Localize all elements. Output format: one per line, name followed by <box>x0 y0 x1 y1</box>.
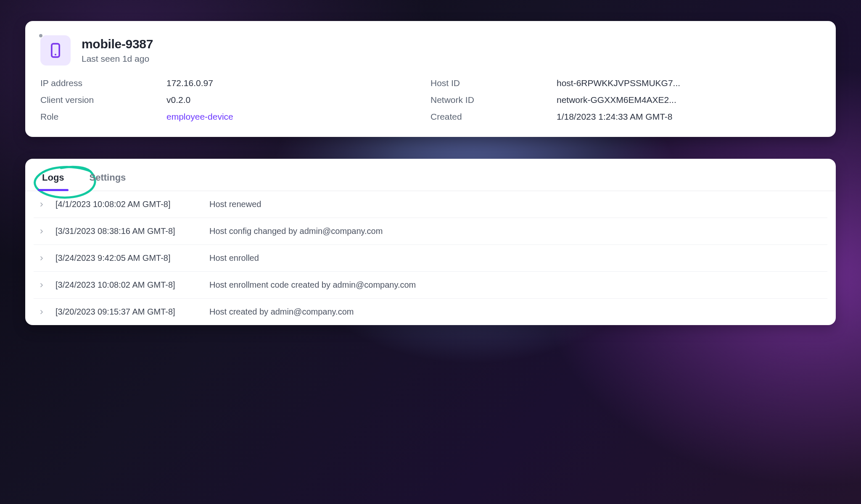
chevron-right-icon <box>38 255 45 262</box>
label-created: Created <box>430 112 557 122</box>
value-client-version: v0.2.0 <box>166 95 430 105</box>
chevron-right-icon <box>38 281 45 289</box>
log-timestamp: [3/24/2023 9:42:05 AM GMT-8] <box>55 253 207 263</box>
log-row[interactable]: [3/31/2023 08:38:16 AM GMT-8] Host confi… <box>34 218 827 245</box>
log-message: Host created by admin@company.com <box>209 307 823 317</box>
log-list: [4/1/2023 10:08:02 AM GMT-8] Host renewe… <box>25 191 836 325</box>
mobile-icon <box>47 42 64 59</box>
last-seen-text: Last seen 1d ago <box>82 54 153 64</box>
label-role: Role <box>40 112 166 122</box>
chevron-right-icon <box>38 228 45 235</box>
tab-logs[interactable]: Logs <box>42 172 64 191</box>
svg-point-1 <box>55 54 56 55</box>
value-ip-address: 172.16.0.97 <box>166 78 430 88</box>
log-message: Host enrollment code created by admin@co… <box>209 280 823 290</box>
logs-card: Logs Settings [4/1/2023 10:08:02 AM GMT-… <box>25 159 836 325</box>
log-timestamp: [3/20/2023 09:15:37 AM GMT-8] <box>55 307 207 317</box>
value-created: 1/18/2023 1:24:33 AM GMT-8 <box>557 112 821 122</box>
log-message: Host enrolled <box>209 253 823 263</box>
chevron-right-icon <box>38 201 45 208</box>
value-network-id: network-GGXXM6EM4AXE2... <box>557 95 821 105</box>
label-network-id: Network ID <box>430 95 557 105</box>
device-title: mobile-9387 <box>82 37 153 51</box>
log-row[interactable]: [4/1/2023 10:08:02 AM GMT-8] Host renewe… <box>34 191 827 218</box>
log-timestamp: [4/1/2023 10:08:02 AM GMT-8] <box>55 200 207 209</box>
device-icon-container <box>40 35 71 66</box>
label-client-version: Client version <box>40 95 166 105</box>
status-dot-icon <box>38 33 43 38</box>
log-message: Host renewed <box>209 200 823 209</box>
device-details-grid: IP address 172.16.0.97 Host ID host-6RPW… <box>40 78 821 122</box>
log-timestamp: [3/31/2023 08:38:16 AM GMT-8] <box>55 226 207 236</box>
chevron-right-icon <box>38 308 45 316</box>
log-row[interactable]: [3/24/2023 9:42:05 AM GMT-8] Host enroll… <box>34 245 827 272</box>
label-host-id: Host ID <box>430 78 557 88</box>
log-timestamp: [3/24/2023 10:08:02 AM GMT-8] <box>55 280 207 290</box>
value-role-link[interactable]: employee-device <box>166 112 430 122</box>
tab-settings[interactable]: Settings <box>90 172 126 191</box>
log-row[interactable]: [3/24/2023 10:08:02 AM GMT-8] Host enrol… <box>34 272 827 299</box>
tabs-row: Logs Settings <box>25 159 836 191</box>
device-summary-card: mobile-9387 Last seen 1d ago IP address … <box>25 21 836 137</box>
title-block: mobile-9387 Last seen 1d ago <box>82 37 153 64</box>
label-ip-address: IP address <box>40 78 166 88</box>
summary-header: mobile-9387 Last seen 1d ago <box>40 35 821 66</box>
value-host-id: host-6RPWKKJVPSSMUKG7... <box>557 78 821 88</box>
log-message: Host config changed by admin@company.com <box>209 226 823 236</box>
log-row[interactable]: [3/20/2023 09:15:37 AM GMT-8] Host creat… <box>34 299 827 325</box>
